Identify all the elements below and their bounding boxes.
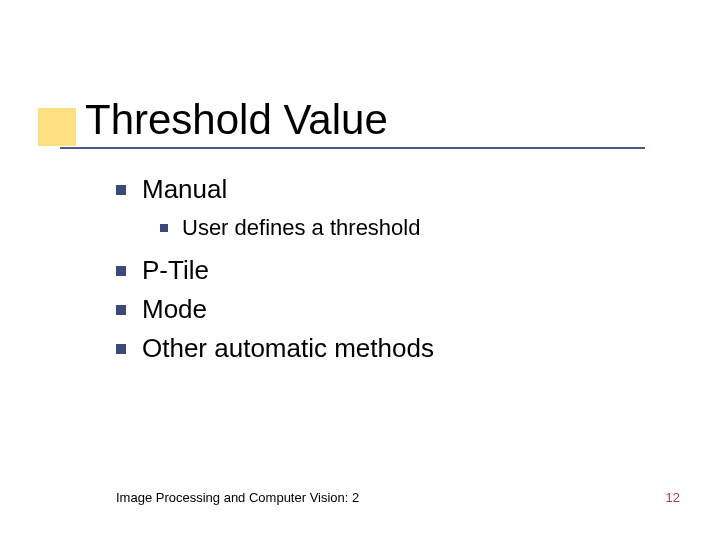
list-item: P-Tile — [116, 255, 636, 286]
square-bullet-icon — [116, 185, 126, 195]
square-bullet-icon — [116, 344, 126, 354]
title-accent-box — [38, 108, 76, 146]
square-bullet-icon — [116, 305, 126, 315]
list-item: Manual — [116, 174, 636, 205]
slide: Threshold Value Manual User defines a th… — [0, 0, 720, 540]
slide-body: Manual User defines a threshold P-Tile M… — [116, 174, 636, 372]
square-bullet-icon — [160, 224, 168, 232]
footer-text: Image Processing and Computer Vision: 2 — [116, 490, 359, 505]
list-item: Other automatic methods — [116, 333, 636, 364]
list-item-label: Other automatic methods — [142, 333, 434, 364]
list-item-label: User defines a threshold — [182, 215, 420, 241]
list-item-label: Manual — [142, 174, 227, 205]
slide-title: Threshold Value — [85, 96, 388, 144]
list-item: User defines a threshold — [160, 215, 636, 241]
list-item: Mode — [116, 294, 636, 325]
list-item-label: Mode — [142, 294, 207, 325]
square-bullet-icon — [116, 266, 126, 276]
list-item-label: P-Tile — [142, 255, 209, 286]
title-underline — [60, 147, 645, 149]
page-number: 12 — [666, 490, 680, 505]
